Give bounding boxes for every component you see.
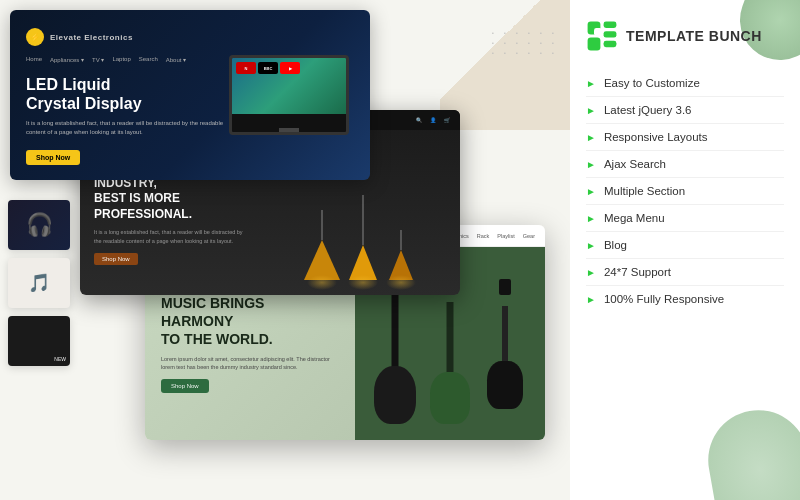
diagonal-decoration: •••••• •••••• •••••• [440, 0, 570, 130]
svg-rect-1 [594, 28, 602, 36]
feature-arrow-3: ► [586, 159, 596, 170]
feature-arrow-8: ► [586, 294, 596, 305]
card2-cta[interactable]: Shop Now [94, 253, 138, 265]
guitar-black-2 [483, 279, 528, 409]
dot-grid: •••••• •••••• •••••• [492, 30, 560, 56]
nav-tv: TV ▾ [92, 56, 104, 63]
feature-item-1: ► Latest jQuery 3.6 [586, 97, 784, 124]
lamp-cord-1 [321, 210, 323, 240]
brand-header: TEMPLATE BUNCH [586, 20, 784, 52]
card3-cta[interactable]: Shop Now [161, 379, 209, 393]
netflix-icon: N [236, 62, 256, 74]
feature-arrow-6: ► [586, 240, 596, 251]
feature-arrow-1: ► [586, 105, 596, 116]
templatebunch-logo [586, 20, 618, 52]
youtube-icon: ▶ [280, 62, 300, 74]
feature-item-0: ► Easy to Customize [586, 70, 784, 97]
lamp-cord-3 [400, 230, 402, 250]
brand-name: TEMPLATE BUNCH [626, 27, 762, 45]
bbc-icon: BBC [258, 62, 278, 74]
nav-appliances: Appliances ▾ [50, 56, 84, 63]
features-list: ► Easy to Customize ► Latest jQuery 3.6 … [586, 70, 784, 312]
lamp-2 [348, 195, 378, 290]
feature-arrow-0: ► [586, 78, 596, 89]
nav-laptop: Laptop [112, 56, 130, 63]
card3-headline: MUSIC BRINGS HARMONYTO THE WORLD. [161, 294, 339, 349]
feature-text-1: Latest jQuery 3.6 [604, 104, 692, 116]
feature-item-2: ► Responsive Layouts [586, 124, 784, 151]
airpods-card: 🎵 [8, 258, 70, 308]
nav-user: 👤 [430, 117, 436, 123]
feature-text-3: Ajax Search [604, 158, 666, 170]
headphone-icon: 🎧 [26, 212, 53, 238]
diagonal-stripe [440, 0, 570, 130]
feature-text-5: Mega Menu [604, 212, 665, 224]
tv-stand [279, 128, 299, 134]
svg-rect-3 [604, 31, 617, 37]
feature-text-8: 100% Fully Responsive [604, 293, 724, 305]
airpods-icon: 🎵 [28, 272, 50, 294]
feature-arrow-2: ► [586, 132, 596, 143]
leaf-decoration-bottomright [700, 402, 800, 500]
lamp-glow-3 [386, 275, 416, 290]
feature-text-7: 24*7 Support [604, 266, 671, 278]
features-panel: TEMPLATE BUNCH ► Easy to Customize ► Lat… [570, 0, 800, 500]
headphone-card: 🎧 [8, 200, 70, 250]
guitar-neck-2 [447, 302, 454, 382]
feature-item-5: ► Mega Menu [586, 205, 784, 232]
cn-rack: Rack [477, 233, 490, 239]
brand-icon: ⚡ [26, 28, 44, 46]
lamp-shade-1 [304, 240, 340, 280]
feature-text-6: Blog [604, 239, 627, 251]
lamp-glow-1 [307, 275, 337, 290]
tv-mockup: N BBC ▶ [229, 55, 349, 135]
lamp-glow-2 [348, 275, 378, 290]
card2-sub: It is a long established fact, that a re… [94, 228, 246, 245]
card1-subtext: It is a long established fact, that a re… [26, 119, 224, 136]
nav-home: Home [26, 56, 42, 63]
feature-item-3: ► Ajax Search [586, 151, 784, 178]
cn-playlist: Playlist [497, 233, 514, 239]
nav-about: About ▾ [166, 56, 186, 63]
lamp-1 [304, 210, 340, 290]
tv-screen: N BBC ▶ [232, 58, 346, 114]
feature-item-4: ► Multiple Section [586, 178, 784, 205]
lamp-cord-2 [362, 195, 364, 245]
guitar-body-1 [374, 366, 416, 424]
electronics-card: ⚡ Elevate Electronics Home Appliances ▾ … [10, 10, 370, 180]
feature-text-2: Responsive Layouts [604, 131, 708, 143]
svg-rect-2 [604, 22, 617, 28]
cn-gear: Gear [523, 233, 535, 239]
svg-rect-4 [604, 41, 617, 47]
feature-text-4: Multiple Section [604, 185, 685, 197]
card1-nav: Home Appliances ▾ TV ▾ Laptop Search Abo… [26, 56, 224, 63]
card1-headline: LED LiquidCrystal Display [26, 75, 224, 113]
card1-brand: Elevate Electronics [50, 33, 133, 42]
feature-item-8: ► 100% Fully Responsive [586, 286, 784, 312]
mini-card-label: NEW [54, 356, 66, 362]
preview-panel: ⚡ Elevate Electronics Home Appliances ▾ … [0, 0, 570, 500]
side-product-cards: 🎧 🎵 NEW [8, 200, 70, 366]
feature-arrow-4: ► [586, 186, 596, 197]
card1-cta[interactable]: Shop Now [26, 150, 80, 165]
svg-rect-5 [588, 38, 601, 51]
feature-arrow-5: ► [586, 213, 596, 224]
card1-tv-image: N BBC ▶ [224, 28, 354, 162]
nav-search2: 🔍 [416, 117, 422, 123]
dark-product-card: NEW [8, 316, 70, 366]
feature-arrow-7: ► [586, 267, 596, 278]
brand-title-text: TEMPLATE BUNCH [626, 28, 762, 44]
feature-item-6: ► Blog [586, 232, 784, 259]
nav-search: Search [139, 56, 158, 63]
guitar-body-2 [430, 372, 470, 424]
guitar-head-3 [499, 279, 511, 295]
feature-item-7: ► 24*7 Support [586, 259, 784, 286]
card3-sub: Lorem ipsum dolor sit amet, consectetur … [161, 355, 339, 372]
guitar-neck-1 [392, 289, 399, 374]
feature-text-0: Easy to Customize [604, 77, 700, 89]
nav-cart: 🛒 [444, 117, 450, 123]
guitar-body-3 [487, 361, 523, 409]
lamp-3 [386, 230, 416, 290]
